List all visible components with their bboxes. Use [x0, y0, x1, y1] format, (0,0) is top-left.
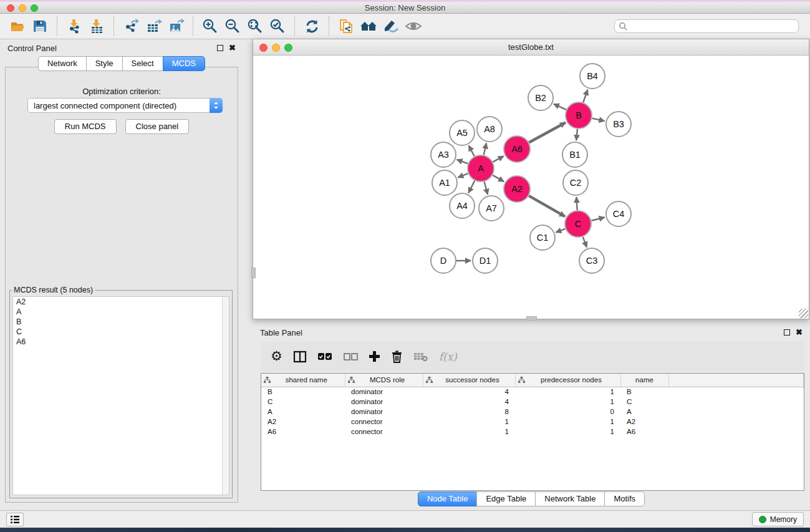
- tab-mcds[interactable]: MCDS: [163, 56, 205, 71]
- zoom-fit-button[interactable]: [245, 16, 265, 37]
- duplicate-network-button[interactable]: [336, 16, 356, 37]
- cell-predecessor_nodes[interactable]: 0: [515, 407, 620, 417]
- cell-name[interactable]: C: [620, 397, 668, 407]
- graph-edge-C-C3[interactable]: [583, 237, 587, 248]
- float-panel-icon[interactable]: [784, 329, 790, 336]
- tab-network-table[interactable]: Network Table: [535, 491, 605, 506]
- cell-predecessor_nodes[interactable]: 1: [515, 387, 620, 397]
- table-row[interactable]: A2connector11A2: [261, 417, 804, 427]
- import-network-button[interactable]: [64, 16, 84, 37]
- window-resize-grip[interactable]: [799, 309, 808, 318]
- home-layout-button[interactable]: [359, 16, 378, 37]
- zoom-in-button[interactable]: [200, 16, 220, 37]
- graph-edge-C-C1[interactable]: [556, 229, 565, 233]
- function-builder-button[interactable]: f(x): [439, 351, 457, 363]
- delete-table-button[interactable]: [413, 352, 428, 362]
- graph-edge-B-B1[interactable]: [576, 129, 577, 140]
- close-panel-icon[interactable]: ✖: [229, 45, 236, 51]
- cell-mcds_role[interactable]: connector: [345, 417, 423, 427]
- export-image-button[interactable]: [166, 16, 186, 37]
- column-header-mcds-role[interactable]: MCDS role: [345, 374, 423, 387]
- search-input[interactable]: [628, 21, 798, 32]
- cell-mcds_role[interactable]: dominator: [345, 397, 423, 407]
- zoom-out-button[interactable]: [223, 16, 243, 37]
- cell-predecessor_nodes[interactable]: 1: [515, 397, 620, 407]
- cell-shared_name[interactable]: C: [261, 397, 345, 407]
- mcds-result-item[interactable]: A2: [13, 297, 229, 307]
- cell-mcds_role[interactable]: dominator: [345, 387, 423, 397]
- graph-edge-A-A4[interactable]: [468, 181, 475, 193]
- mcds-result-list[interactable]: A2ABCA6: [12, 296, 229, 495]
- cell-name[interactable]: A2: [620, 417, 668, 427]
- run-mcds-button[interactable]: Run MCDS: [54, 119, 117, 134]
- cell-name[interactable]: B: [620, 387, 668, 397]
- column-header-shared-name[interactable]: shared name: [261, 374, 345, 387]
- table-row[interactable]: Cdominator41C: [261, 397, 804, 407]
- tab-motifs[interactable]: Motifs: [604, 491, 645, 506]
- close-panel-button[interactable]: Close panel: [125, 119, 190, 134]
- graph-edge-B-B4[interactable]: [583, 90, 587, 103]
- export-network-button[interactable]: [121, 16, 141, 37]
- cell-shared_name[interactable]: A6: [261, 427, 345, 437]
- mcds-result-item[interactable]: A6: [13, 337, 229, 347]
- tab-node-table[interactable]: Node Table: [418, 491, 478, 506]
- table-options-button[interactable]: ⚙: [271, 350, 282, 363]
- tab-style[interactable]: Style: [86, 56, 123, 71]
- cell-mcds_role[interactable]: dominator: [345, 407, 423, 417]
- graph-edge-A-A8[interactable]: [484, 143, 486, 155]
- cell-name[interactable]: A: [620, 407, 668, 417]
- table-row[interactable]: Bdominator41B: [261, 387, 804, 397]
- refresh-view-button[interactable]: [302, 16, 322, 37]
- graph-edge-B-B2[interactable]: [554, 104, 566, 110]
- cell-predecessor_nodes[interactable]: 1: [515, 417, 620, 427]
- mcds-result-item[interactable]: B: [13, 317, 229, 327]
- cell-successor_nodes[interactable]: 8: [423, 407, 515, 417]
- mcds-result-item[interactable]: C: [13, 327, 229, 337]
- tab-edge-table[interactable]: Edge Table: [476, 491, 536, 506]
- cell-successor_nodes[interactable]: 4: [423, 387, 515, 397]
- hide-graphics-details-button[interactable]: [381, 16, 401, 37]
- cell-mcds_role[interactable]: connector: [345, 427, 423, 437]
- graph-edge-A-A1[interactable]: [458, 173, 468, 177]
- network-canvas[interactable]: AA1A2A3A4A5A6A7A8BB1B2B3B4CC1C2C3C4DD1: [253, 56, 809, 319]
- graph-edge-C-C2[interactable]: [576, 197, 577, 210]
- export-table-button[interactable]: [143, 16, 163, 37]
- graph-edge-A2-C[interactable]: [529, 196, 565, 216]
- mcds-result-item[interactable]: A: [13, 307, 229, 317]
- tab-select[interactable]: Select: [122, 56, 163, 71]
- cell-shared_name[interactable]: B: [261, 387, 345, 397]
- float-panel-icon[interactable]: [217, 45, 223, 51]
- criterion-dropdown[interactable]: largest connected component (directed): [27, 98, 223, 113]
- deselect-all-button[interactable]: [344, 353, 358, 360]
- delete-columns-button[interactable]: [391, 350, 403, 363]
- pane-handle-left[interactable]: [251, 268, 256, 278]
- cell-successor_nodes[interactable]: 1: [423, 417, 515, 427]
- cell-name[interactable]: A6: [620, 427, 668, 437]
- table-row[interactable]: Adominator80A: [261, 407, 804, 417]
- cell-shared_name[interactable]: A2: [261, 417, 345, 427]
- add-column-button[interactable]: [369, 351, 380, 362]
- column-header-name[interactable]: name: [620, 374, 668, 387]
- network-window-titlebar[interactable]: testGlobe.txt: [253, 39, 809, 56]
- cell-successor_nodes[interactable]: 4: [423, 397, 515, 407]
- cell-predecessor_nodes[interactable]: 1: [515, 427, 620, 437]
- search-field[interactable]: [614, 19, 799, 33]
- memory-status-button[interactable]: Memory: [752, 512, 804, 526]
- pane-handle-bottom[interactable]: [526, 316, 537, 321]
- column-header-successor-nodes[interactable]: successor nodes: [423, 374, 515, 387]
- graph-edge-A-A7[interactable]: [485, 181, 488, 195]
- graph-edge-A-A2[interactable]: [493, 175, 504, 181]
- column-visibility-button[interactable]: [293, 351, 307, 363]
- select-all-button[interactable]: [317, 352, 333, 361]
- graph-edge-A-A3[interactable]: [457, 160, 468, 164]
- graph-edge-B-B3[interactable]: [592, 118, 604, 121]
- table-row[interactable]: A6connector11A6: [261, 427, 804, 437]
- open-session-button[interactable]: [7, 16, 27, 37]
- graph-edge-C-C4[interactable]: [591, 217, 604, 220]
- result-scrollbar-track[interactable]: [222, 297, 229, 495]
- graph-edge-A-A5[interactable]: [469, 145, 475, 156]
- cell-shared_name[interactable]: A: [261, 407, 345, 417]
- tab-network[interactable]: Network: [38, 56, 87, 71]
- close-panel-icon[interactable]: ✖: [796, 329, 803, 336]
- show-graphics-details-button[interactable]: [403, 16, 423, 37]
